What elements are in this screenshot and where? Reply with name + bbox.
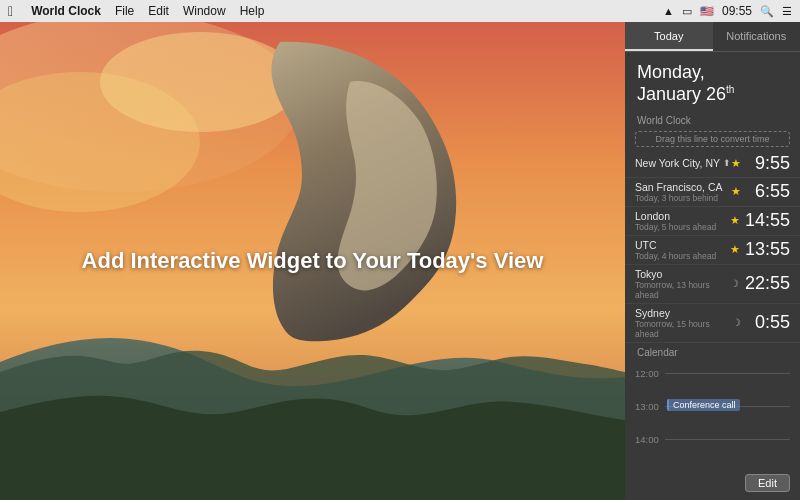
menubar:  World Clock Calendar File Edit Window … (0, 0, 800, 22)
clock-list: New York City, NY ⬆ ★ 9:55 San Francisco… (625, 150, 800, 343)
time-diff-tokyo: Tomorrow, 13 hours ahead (635, 280, 729, 300)
clock-entry-london: London Today, 5 hours ahead ★ 14:55 (625, 207, 800, 236)
tab-bar: Today Notifications (625, 22, 800, 52)
clock-time-sydney: 0:55 (746, 312, 790, 333)
clock-time-tokyo: 22:55 (745, 273, 790, 294)
city-new-york: New York City, NY ⬆ (635, 157, 730, 169)
menubar-left:  World Clock Calendar File Edit Window … (8, 3, 264, 19)
menubar-right: ▲ ▭ 🇺🇸 09:55 🔍 ☰ (663, 4, 792, 18)
calendar-event-conference[interactable]: Conference call (667, 399, 740, 411)
clock-entry-tokyo: Tokyo Tomorrow, 13 hours ahead ☽ 22:55 (625, 265, 800, 304)
city-sydney: Sydney (635, 307, 730, 319)
city-london: London (635, 210, 729, 222)
clock-time-london: 14:55 (745, 210, 790, 231)
date-line: January 26th (637, 84, 788, 105)
city-san-francisco: San Francisco, CA (635, 181, 730, 193)
apple-menu[interactable]:  (8, 3, 13, 19)
cal-hour-12: 12:00 (635, 368, 665, 379)
world-clock-section-label: World Clock (625, 111, 800, 128)
clock-entry-san-francisco: San Francisco, CA Today, 3 hours behind … (625, 178, 800, 207)
time-diff-london: Today, 5 hours ahead (635, 222, 729, 232)
clock-time-utc: 13:55 (745, 239, 790, 260)
sun-icon-utc: ★ (729, 244, 741, 256)
notification-center-icon[interactable]: ☰ (782, 5, 792, 18)
time-diff-utc: Today, 4 hours ahead (635, 251, 729, 261)
edit-button[interactable]: Edit (745, 474, 790, 492)
desktop-overlay-text: Add Interactive Widget to Your Today's V… (82, 248, 544, 274)
drag-time-hint[interactable]: Drag this line to convert time (635, 131, 790, 147)
battery-icon: ▭ (682, 5, 692, 18)
sun-icon-sf: ★ (730, 186, 742, 198)
date-header: Monday, January 26th (625, 52, 800, 111)
location-arrow-icon: ⬆ (723, 158, 730, 168)
moon-icon-sydney: ☽ (730, 317, 742, 329)
svg-point-3 (100, 32, 300, 132)
cal-hour-13: 13:00 (635, 401, 665, 412)
city-utc: UTC (635, 239, 729, 251)
calendar-row-12: 12:00 (635, 366, 790, 381)
search-icon[interactable]: 🔍 (760, 5, 774, 18)
calendar-row-13: 13:00 Conference call (635, 399, 790, 414)
clock-entry-new-york: New York City, NY ⬆ ★ 9:55 (625, 150, 800, 178)
file-menu-item[interactable]: File (115, 4, 134, 18)
cal-hour-14: 14:00 (635, 434, 665, 445)
notification-panel: Today Notifications Monday, January 26th… (625, 22, 800, 500)
edit-menu-item[interactable]: Edit (148, 4, 169, 18)
app-name-menu[interactable]: World Clock (31, 4, 101, 18)
flag-icon: 🇺🇸 (700, 5, 714, 18)
day-name: Monday, (637, 62, 788, 84)
clock-entry-utc: UTC Today, 4 hours ahead ★ 13:55 (625, 236, 800, 265)
city-tokyo: Tokyo (635, 268, 729, 280)
sun-icon-london: ★ (729, 215, 741, 227)
calendar-section-label: Calendar (625, 343, 800, 360)
menubar-time: 09:55 (722, 4, 752, 18)
window-menu-item[interactable]: Window (183, 4, 226, 18)
cal-divider-14 (665, 439, 790, 440)
clock-entry-sydney: Sydney Tomorrow, 15 hours ahead ☽ 0:55 (625, 304, 800, 343)
calendar-section: 12:00 13:00 Conference call 14:00 (625, 360, 800, 447)
moon-icon-tokyo: ☽ (729, 278, 741, 290)
help-menu-item[interactable]: Help (240, 4, 265, 18)
tab-notifications[interactable]: Notifications (713, 22, 801, 51)
clock-time-san-francisco: 6:55 (746, 181, 790, 202)
calendar-row-14: 14:00 (635, 432, 790, 447)
wifi-icon: ▲ (663, 5, 674, 17)
time-diff-san-francisco: Today, 3 hours behind (635, 193, 730, 203)
clock-time-new-york: 9:55 (746, 153, 790, 174)
sun-icon-newyork: ★ (730, 157, 742, 169)
cal-divider-12 (665, 373, 790, 374)
tab-today[interactable]: Today (625, 22, 713, 51)
time-diff-sydney: Tomorrow, 15 hours ahead (635, 319, 730, 339)
desktop-background: Add Interactive Widget to Your Today's V… (0, 22, 625, 500)
